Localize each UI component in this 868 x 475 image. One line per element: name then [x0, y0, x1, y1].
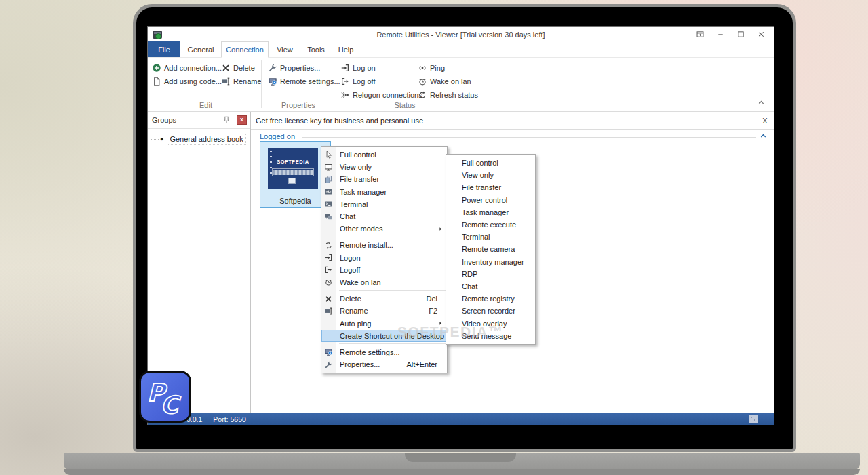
- add-connection-button[interactable]: Add connection...: [152, 61, 222, 75]
- rename-icon: [324, 307, 333, 316]
- rename-button[interactable]: Rename: [221, 75, 262, 88]
- button-label: Add connection...: [164, 64, 222, 72]
- monitor-settings-icon: [324, 347, 333, 356]
- relogon-connections-button[interactable]: Relogon connections: [340, 88, 422, 102]
- properties-button[interactable]: Properties...: [268, 61, 340, 75]
- button-label: Ping: [430, 64, 445, 72]
- log-on-button[interactable]: Log on: [340, 61, 422, 75]
- log-off-button[interactable]: Log off: [340, 75, 422, 88]
- submenu-item-power-control[interactable]: Power control: [446, 194, 535, 206]
- submenu-item-task-manager[interactable]: Task manager: [446, 206, 535, 218]
- resize-grip[interactable]: [749, 415, 758, 423]
- menu-item-properties[interactable]: Properties...Alt+Enter: [321, 358, 447, 370]
- tab-view[interactable]: View: [269, 41, 301, 57]
- menu-item-remote-settings[interactable]: Remote settings...: [321, 346, 447, 358]
- ribbon-tabs: FileGeneralConnectionViewToolsHelp: [148, 41, 774, 58]
- ribbon: Add connection...Add using code...Delete…: [148, 58, 774, 112]
- tab-help[interactable]: Help: [331, 41, 361, 57]
- thumbnail-brand-text: SOFTPEDIA: [268, 159, 318, 165]
- close-button[interactable]: [752, 28, 770, 41]
- menu-item-label: Delete: [336, 294, 426, 303]
- svg-text:C: C: [161, 391, 181, 419]
- thumbnail-mini-window: [288, 178, 296, 184]
- refresh-status-button[interactable]: Refresh status: [418, 88, 478, 102]
- maximize-button[interactable]: [732, 28, 749, 41]
- pin-icon[interactable]: [222, 115, 231, 125]
- close-groups-panel-button[interactable]: x: [237, 115, 247, 125]
- window-controls: [691, 27, 770, 41]
- ribbon-separator: [334, 60, 334, 108]
- panel-icon: [696, 30, 705, 39]
- submenu-item-file-transfer[interactable]: File transfer: [446, 181, 535, 193]
- x-mark-icon: [324, 294, 333, 303]
- tab-tools[interactable]: Tools: [301, 41, 331, 57]
- collapse-ribbon-chevron-icon[interactable]: [757, 98, 766, 107]
- menu-separator: [339, 343, 446, 344]
- refresh-icon: [418, 90, 427, 100]
- tree-item-general-address-book[interactable]: ● General address book: [151, 134, 250, 145]
- monitor-icon: [324, 163, 333, 172]
- submenu-item-inventory-manager[interactable]: Inventory manager: [446, 256, 535, 268]
- submenu-item-remote-execute[interactable]: Remote execute: [446, 218, 535, 231]
- tab-connection[interactable]: Connection: [221, 41, 269, 58]
- menu-item-full-control[interactable]: Full control: [321, 149, 447, 161]
- menu-item-logon[interactable]: Logon: [321, 252, 447, 264]
- modes-submenu: Full controlView onlyFile transferPower …: [446, 154, 536, 345]
- menu-item-terminal[interactable]: Terminal: [321, 198, 447, 210]
- minimize-button[interactable]: [711, 28, 729, 41]
- submenu-item-chat[interactable]: Chat: [446, 280, 535, 292]
- submenu-item-rdp[interactable]: RDP: [446, 268, 535, 280]
- menu-item-remote-install[interactable]: Remote install...: [321, 239, 447, 251]
- thumbnail-toolbar: [272, 168, 314, 176]
- add-using-code-button[interactable]: Add using code...: [152, 75, 222, 88]
- groups-panel-header: Groups x: [148, 112, 250, 129]
- delete-button[interactable]: Delete: [221, 61, 262, 75]
- menu-item-label: Terminal: [336, 200, 447, 208]
- alarm-clock-icon: [324, 278, 333, 286]
- ribbon-group-label: Properties: [263, 101, 334, 109]
- tree-connector: [151, 139, 159, 140]
- menu-icon-cell: [321, 175, 336, 184]
- menu-item-chat[interactable]: Chat: [321, 210, 447, 223]
- menu-icon-cell: [321, 347, 336, 356]
- title-bar: Remote Utilities - Viewer [Trial version…: [148, 27, 774, 41]
- menu-item-label: Logon: [336, 254, 447, 262]
- submenu-item-view-only[interactable]: View only: [446, 169, 535, 181]
- menu-item-task-manager[interactable]: Task manager: [321, 186, 447, 198]
- wake-on-lan-button[interactable]: Wake on lan: [418, 75, 478, 88]
- menu-shortcut: F2: [429, 307, 437, 315]
- menu-item-delete[interactable]: DeleteDel: [321, 292, 447, 305]
- laptop-hinge-notch: [405, 453, 516, 462]
- menu-item-file-transfer[interactable]: File transfer: [321, 173, 447, 185]
- menu-icon-cell: [321, 253, 336, 262]
- button-label: Relogon connections: [353, 91, 422, 99]
- submenu-item-terminal[interactable]: Terminal: [446, 231, 535, 243]
- menu-icon-cell: [321, 360, 336, 369]
- menu-icon-cell: [321, 294, 336, 303]
- section-collapse-chevron-icon[interactable]: [759, 132, 768, 140]
- button-label: Wake on lan: [430, 77, 471, 86]
- ping-button[interactable]: Ping: [418, 61, 478, 75]
- notice-close-button[interactable]: X: [756, 117, 774, 125]
- sync-icon: [324, 241, 333, 250]
- section-divider: [302, 137, 756, 138]
- remote-settings-button[interactable]: Remote settings...: [268, 75, 340, 88]
- menu-item-label: Task manager: [336, 188, 447, 196]
- menu-shortcut: Alt+Enter: [406, 360, 437, 368]
- log-off-icon: [340, 77, 350, 86]
- ribbon-display-options-button[interactable]: [691, 28, 709, 41]
- tab-general[interactable]: General: [180, 41, 221, 57]
- tree-bullet-icon: ●: [160, 136, 163, 142]
- tab-file[interactable]: File: [148, 41, 180, 57]
- submenu-item-screen-recorder[interactable]: Screen recorder: [446, 305, 535, 317]
- button-label: Log off: [353, 77, 375, 86]
- menu-item-logoff[interactable]: Logoff: [321, 264, 447, 276]
- menu-item-wake-on-lan[interactable]: Wake on lan: [321, 276, 447, 288]
- submenu-item-full-control[interactable]: Full control: [446, 157, 535, 169]
- menu-item-view-only[interactable]: View only: [321, 161, 447, 173]
- menu-item-rename[interactable]: RenameF2: [321, 305, 447, 317]
- menu-item-other-modes[interactable]: Other modes: [321, 223, 447, 235]
- submenu-item-remote-camera[interactable]: Remote camera: [446, 243, 535, 255]
- menu-icon-cell: [321, 307, 336, 316]
- submenu-item-remote-registry[interactable]: Remote registry: [446, 292, 535, 305]
